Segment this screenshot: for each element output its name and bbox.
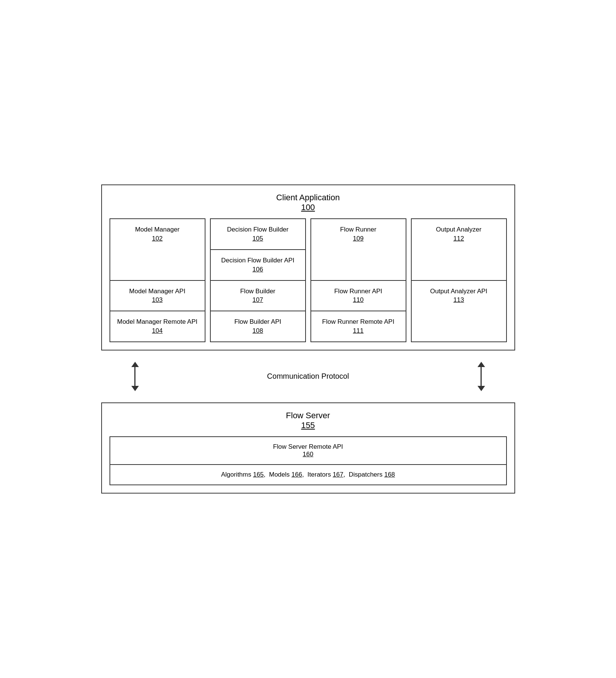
arrow-line-right	[481, 367, 482, 386]
flow-server-label: Flow Server	[286, 411, 330, 420]
client-app-label: Client Application	[276, 193, 340, 202]
flow-server-box: Flow Server 155 Flow Server Remote API16…	[101, 402, 515, 494]
flow-builder-api-cell: Flow Builder API108	[211, 311, 305, 341]
model-manager-api-cell: Model Manager API103	[110, 281, 205, 312]
output-analyzer-cell: Output Analyzer112	[412, 219, 506, 280]
diagram-container: Client Application 100 Model Manager102 …	[101, 184, 515, 493]
flow-runner-remote-api-cell: Flow Runner Remote API111	[311, 311, 406, 341]
flow-runner-api-cell: Flow Runner API110	[311, 281, 406, 312]
decision-flow-builder-cell: Decision Flow Builder105	[211, 219, 305, 250]
decision-flow-column: Decision Flow Builder105 Decision Flow B…	[210, 218, 306, 342]
communication-section: Communication Protocol	[101, 362, 515, 391]
flow-server-number: 155	[301, 421, 315, 430]
output-analyzer-column: Output Analyzer112 Output Analyzer API11…	[411, 218, 507, 342]
flow-server-remote-api-row: Flow Server Remote API160	[110, 437, 506, 465]
decision-flow-builder-api-cell: Decision Flow Builder API106	[211, 250, 305, 281]
output-analyzer-api-cell: Output Analyzer API113	[412, 281, 506, 341]
flow-runner-column: Flow Runner109 Flow Runner API110 Flow R…	[310, 218, 406, 342]
arrow-line	[134, 367, 135, 386]
flow-server-title: Flow Server 155	[110, 411, 507, 430]
model-manager-cell: Model Manager102	[110, 219, 205, 280]
algorithms-row: Algorithms 165, Models 166, Iterators 16…	[110, 465, 506, 485]
module-grid: Model Manager102 Model Manager API103 Mo…	[110, 218, 507, 342]
client-application-box: Client Application 100 Model Manager102 …	[101, 184, 515, 350]
model-manager-remote-api-cell: Model Manager Remote API104	[110, 311, 205, 341]
flow-runner-cell: Flow Runner109	[311, 219, 406, 280]
communication-label: Communication Protocol	[139, 372, 478, 381]
right-arrow	[478, 362, 485, 391]
flow-server-inner-box: Flow Server Remote API160 Algorithms 165…	[110, 436, 507, 485]
arrow-up-icon	[131, 362, 139, 367]
flow-builder-cell: Flow Builder107	[211, 281, 305, 312]
client-app-number: 100	[301, 203, 315, 212]
client-application-title: Client Application 100	[110, 193, 507, 212]
arrow-up-icon-right	[478, 362, 485, 367]
model-manager-column: Model Manager102 Model Manager API103 Mo…	[110, 218, 205, 342]
left-arrow	[131, 362, 139, 391]
arrow-down-icon	[131, 386, 139, 391]
arrow-down-icon-right	[478, 386, 485, 391]
